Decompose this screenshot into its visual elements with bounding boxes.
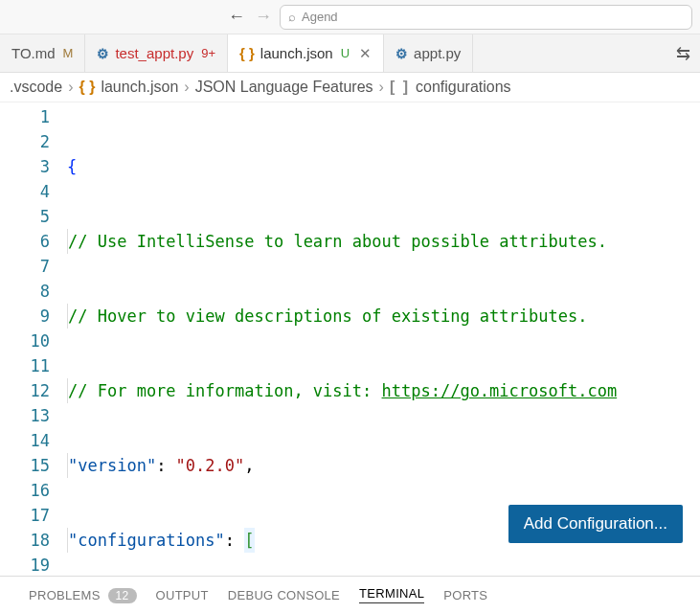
breadcrumb-section[interactable]: configurations bbox=[416, 79, 511, 96]
compare-changes-icon[interactable]: ⇆ bbox=[666, 34, 700, 72]
panel-tab-ports[interactable]: PORTS bbox=[443, 588, 487, 602]
chevron-right-icon: › bbox=[184, 79, 189, 96]
breadcrumbs[interactable]: .vscode › { } launch.json › JSON Languag… bbox=[0, 73, 700, 102]
problems-count-badge: 12 bbox=[108, 588, 137, 603]
code-editor[interactable]: 12345678910111213141516171819 { // Use I… bbox=[0, 102, 700, 581]
tab-test-appt-py[interactable]: ⚙ test_appt.py 9+ bbox=[85, 34, 228, 72]
chevron-right-icon: › bbox=[68, 79, 73, 96]
error-count: 9+ bbox=[201, 46, 215, 60]
breadcrumb-file[interactable]: launch.json bbox=[101, 79, 178, 96]
panel-tabs: PROBLEMS 12 OUTPUT DEBUG CONSOLE TERMINA… bbox=[0, 576, 700, 613]
code-content[interactable]: { // Use IntelliSense to learn about pos… bbox=[67, 102, 700, 581]
search-placeholder: Agend bbox=[302, 10, 338, 24]
json-icon: { } bbox=[79, 79, 95, 96]
add-configuration-button[interactable]: Add Configuration... bbox=[508, 505, 683, 543]
modified-indicator: M bbox=[63, 46, 74, 60]
search-icon: ⌕ bbox=[288, 10, 296, 24]
array-icon: [ ] bbox=[390, 79, 410, 96]
command-center[interactable]: ⌕ Agend bbox=[280, 5, 692, 30]
nav-back-icon[interactable]: ← bbox=[228, 7, 245, 27]
title-bar: ← → ⌕ Agend bbox=[0, 0, 700, 34]
chevron-right-icon: › bbox=[379, 79, 384, 96]
python-icon: ⚙ bbox=[395, 46, 408, 61]
panel-tab-output[interactable]: OUTPUT bbox=[156, 588, 209, 602]
panel-tab-terminal[interactable]: TERMINAL bbox=[359, 586, 424, 603]
breadcrumb-lang[interactable]: JSON Language Features bbox=[195, 79, 373, 96]
tab-appt-py[interactable]: ⚙ appt.py bbox=[384, 34, 473, 72]
editor-tabs: TO.md M ⚙ test_appt.py 9+ { } launch.jso… bbox=[0, 34, 700, 73]
nav-forward-icon[interactable]: → bbox=[255, 7, 272, 27]
nav-arrows: ← → bbox=[228, 7, 272, 27]
panel-tab-debug-console[interactable]: DEBUG CONSOLE bbox=[228, 588, 340, 602]
breadcrumb-folder[interactable]: .vscode bbox=[10, 79, 62, 96]
json-icon: { } bbox=[239, 45, 255, 61]
close-icon[interactable]: ✕ bbox=[359, 45, 372, 62]
untracked-indicator: U bbox=[341, 46, 350, 60]
python-icon: ⚙ bbox=[97, 46, 109, 61]
line-number-gutter: 12345678910111213141516171819 bbox=[0, 102, 67, 581]
tab-launch-json[interactable]: { } launch.json U ✕ bbox=[228, 34, 384, 72]
tab-todo-md[interactable]: TO.md M bbox=[0, 34, 85, 72]
panel-tab-problems[interactable]: PROBLEMS 12 bbox=[29, 588, 137, 602]
